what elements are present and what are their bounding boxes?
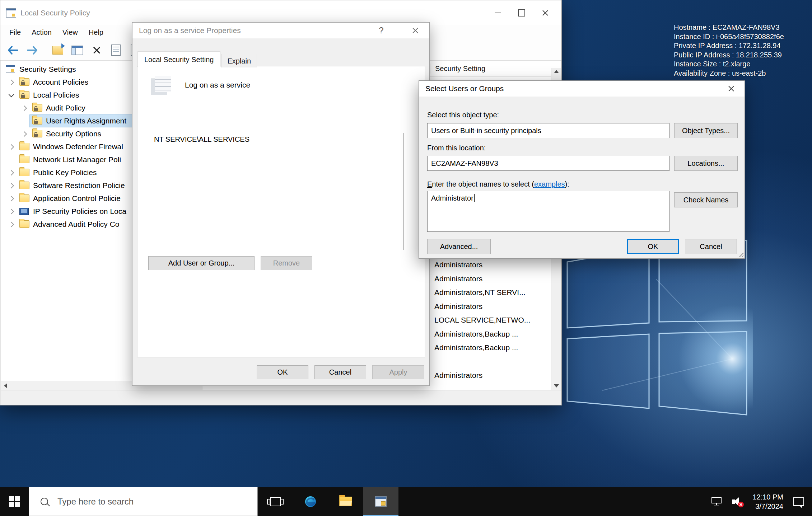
info-line-instance-id: Instance ID : i-065a48f5730882f6e	[674, 32, 784, 42]
help-button[interactable]: ?	[371, 23, 392, 38]
object-types-button[interactable]: Object Types...	[674, 123, 738, 138]
policy-icon	[151, 76, 172, 96]
ok-button[interactable]: OK	[627, 239, 679, 254]
clock[interactable]: 12:10 PM 3/7/2024	[752, 492, 783, 511]
tree-item-label: Security Options	[46, 127, 101, 140]
delete-icon	[92, 46, 101, 55]
task-view-icon	[270, 497, 281, 506]
forward-button[interactable]	[24, 42, 41, 58]
close-button[interactable]	[533, 0, 557, 25]
export-button[interactable]	[50, 42, 66, 58]
tab-local-security-setting[interactable]: Local Security Setting	[137, 51, 220, 67]
console-tree-toggle-button[interactable]	[69, 42, 85, 58]
policy-folder-icon	[19, 91, 29, 99]
list-item[interactable]: Administrators	[434, 258, 482, 272]
member-item[interactable]: NT SERVICE\ALL SERVICES	[151, 133, 403, 146]
scroll-down-icon	[554, 384, 559, 388]
local-security-policy-task-button[interactable]	[363, 487, 398, 516]
edge-button[interactable]	[293, 487, 328, 516]
chevron-right-icon[interactable]	[9, 209, 14, 215]
menu-view[interactable]: View	[57, 28, 83, 37]
chevron-right-icon[interactable]	[22, 131, 27, 137]
object-type-field[interactable]: Users or Built-in security principals	[427, 123, 669, 138]
list-item[interactable]: Administrators,NT SERVI...	[434, 285, 526, 299]
scroll-left-button[interactable]	[1, 381, 10, 390]
info-line-hostname: Hostname : EC2AMAZ-FAN98V3	[674, 23, 784, 32]
examples-link[interactable]: examples	[534, 180, 565, 188]
network-icon[interactable]	[711, 497, 722, 506]
close-button[interactable]	[405, 23, 426, 38]
file-explorer-button[interactable]	[328, 487, 363, 516]
maximize-icon	[518, 9, 525, 17]
add-user-or-group-button[interactable]: Add User or Group...	[148, 256, 255, 270]
members-listbox[interactable]: NT SERVICE\ALL SERVICES	[151, 133, 403, 250]
tree-item-label: Advanced Audit Policy Co	[33, 218, 119, 231]
toolbar-separator	[45, 44, 45, 56]
location-field[interactable]: EC2AMAZ-FAN98V3	[427, 156, 669, 171]
folder-icon	[19, 156, 29, 163]
scroll-down-button[interactable]	[551, 384, 561, 388]
list-item[interactable]: LOCAL SERVICE,NETWO...	[434, 313, 530, 327]
apply-button[interactable]: Apply	[372, 365, 424, 379]
properties-titlebar: Log on as a service Properties ?	[132, 23, 429, 38]
tree-item-label: IP Security Policies on Loca	[33, 205, 126, 218]
folder-icon	[19, 194, 29, 202]
chevron-right-icon[interactable]	[9, 183, 14, 189]
task-view-button[interactable]	[258, 487, 293, 516]
list-item[interactable]: Administrators	[434, 368, 482, 382]
object-names-input[interactable]: Administrator	[427, 191, 669, 232]
tree-item-label: Windows Defender Firewal	[33, 140, 123, 153]
minimize-button[interactable]	[486, 0, 510, 25]
volume-muted-icon[interactable]	[732, 497, 742, 506]
policy-folder-icon	[19, 78, 29, 86]
tree-item-label: User Rights Assignment	[46, 114, 126, 127]
chevron-right-icon[interactable]	[9, 144, 14, 150]
tree-item-label: Audit Policy	[46, 102, 85, 114]
instance-info: Hostname : EC2AMAZ-FAN98V3 Instance ID :…	[674, 23, 784, 78]
action-center-icon[interactable]	[793, 497, 804, 506]
search-placeholder: Type here to search	[57, 497, 134, 507]
window-title: Local Security Policy	[20, 9, 90, 17]
remove-button[interactable]: Remove	[261, 256, 312, 270]
tab-strip: Local Security Setting Explain	[137, 51, 258, 67]
list-item[interactable]: Administrators,Backup ...	[434, 341, 518, 355]
list-item[interactable]: Administrators	[434, 299, 482, 313]
chevron-right-icon[interactable]	[9, 170, 14, 176]
delete-button[interactable]	[88, 42, 105, 58]
menu-action[interactable]: Action	[26, 28, 57, 37]
back-icon	[7, 46, 19, 55]
cancel-button[interactable]: Cancel	[314, 365, 366, 379]
close-button[interactable]	[721, 81, 742, 97]
window-controls	[486, 0, 557, 25]
start-button[interactable]	[0, 487, 29, 516]
properties-button[interactable]	[108, 42, 124, 58]
back-button[interactable]	[5, 42, 21, 58]
chevron-right-icon[interactable]	[9, 196, 14, 202]
maximize-button[interactable]	[510, 0, 533, 25]
tab-explain[interactable]: Explain	[221, 54, 257, 67]
tree-item-label: Local Policies	[33, 89, 79, 102]
check-names-button[interactable]: Check Names	[674, 192, 738, 207]
list-item[interactable]: Administrators	[434, 272, 482, 286]
resize-grip[interactable]	[738, 252, 743, 257]
list-item[interactable]: Administrators,Backup ...	[434, 327, 518, 341]
chevron-down-icon[interactable]	[9, 92, 14, 98]
menu-help[interactable]: Help	[83, 28, 109, 37]
advanced-button[interactable]: Advanced...	[427, 239, 491, 254]
policy-name: Log on as a service	[185, 81, 250, 89]
label-text: ):	[565, 180, 569, 188]
chevron-right-icon[interactable]	[9, 222, 14, 227]
location-label: From this location:	[427, 144, 486, 152]
chevron-right-icon[interactable]	[9, 80, 14, 85]
tree-item-label: Software Restriction Policie	[33, 179, 125, 192]
cancel-button[interactable]: Cancel	[685, 239, 737, 254]
scroll-up-button[interactable]	[551, 70, 561, 73]
taskbar-search[interactable]: Type here to search	[29, 487, 258, 516]
file-explorer-icon	[339, 497, 352, 506]
locations-button[interactable]: Locations...	[674, 156, 738, 171]
chevron-right-icon[interactable]	[22, 105, 27, 111]
menu-file[interactable]: File	[4, 28, 26, 37]
ok-button[interactable]: OK	[257, 365, 308, 379]
dialog-title: Select Users or Groups	[425, 81, 504, 97]
column-header-security-setting[interactable]: Security Setting	[435, 61, 485, 76]
